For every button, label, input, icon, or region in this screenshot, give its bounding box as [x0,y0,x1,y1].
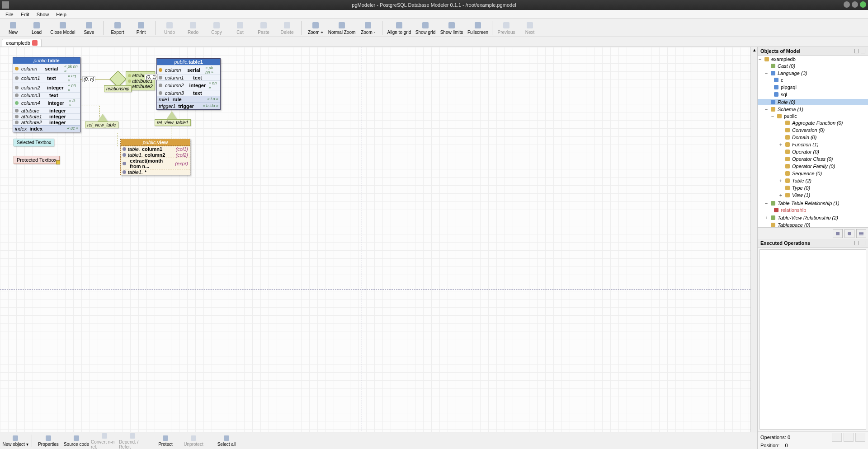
tab-label: exampledb [6,40,30,46]
new-button[interactable]: New [2,19,24,37]
prev-icon [502,21,510,29]
close-model-button[interactable]: Close Model [49,19,77,37]
limits-icon [448,21,456,29]
rel-view-triangle[interactable] [166,111,177,119]
tree-btn-3[interactable] [856,229,866,238]
show-limits-button[interactable]: Show limits [438,19,466,37]
rel-view-table-label[interactable]: rel_view_table [85,122,118,128]
tree-node[interactable]: Operator Family (0) [758,163,868,169]
entity-table1[interactable]: public.table1 columnserial« pk nn »colum… [156,58,221,110]
toolbar: NewLoadClose ModelSaveExportPrintUndoRed… [0,19,868,37]
relationship-label[interactable]: relationship [104,85,132,92]
svg-rect-26 [13,435,18,441]
fullscreen-button[interactable]: Fullscreen [467,19,489,37]
export-button[interactable]: Export [106,19,129,37]
svg-rect-2 [60,22,66,28]
tree-node[interactable]: +Function (1) [758,141,868,148]
panel-detach-icon[interactable] [854,241,859,245]
view-row: extract(month from n...(expr) [121,158,190,169]
svg-rect-13 [339,22,345,28]
tab-exampledb[interactable]: exampledb [2,39,42,47]
column-row: column1text [157,75,220,80]
save-button[interactable]: Save [78,19,100,37]
panel-detach-icon[interactable] [854,49,859,53]
tree-node[interactable]: Aggregate Function (0) [758,120,868,126]
menu-file[interactable]: File [2,11,17,18]
tree-node[interactable]: Conversion (0) [758,127,868,133]
paste-icon [259,21,268,29]
panel-close-icon[interactable] [861,241,865,245]
lang-item-icon [773,84,779,90]
entity-view[interactable]: public.view table.column1(col1)table1.co… [120,139,190,175]
tree-node[interactable]: Domain (0) [758,134,868,140]
panel-close-icon[interactable] [861,49,865,53]
rel-view-table1-label[interactable]: rel_view_table1 [155,119,191,126]
rel-item-icon [773,207,779,213]
ops-redo-button[interactable] [844,433,854,442]
objects-tree[interactable]: −exampledb Cast (0) −Language (3) c plpg… [758,56,868,227]
tree-node[interactable]: +View (1) [758,192,868,198]
minimize-icon[interactable] [844,1,850,8]
tree-node[interactable]: Operator Class (0) [758,156,868,162]
view-line [79,106,99,106]
executed-operations-panel: Executed Operations Operations: 0 Positi… [758,239,868,449]
ops-undo-button[interactable] [832,433,842,442]
cut-button: Cut [229,19,251,37]
protect-button[interactable]: Protect [152,433,179,449]
entity-table[interactable]: public.table columnserial« pk nn »column… [13,57,80,132]
next-icon [526,21,534,29]
zoom-out-icon [364,21,372,29]
app-icon [2,1,9,9]
lock-icon [56,160,60,164]
titlebar: pgModeler - PostgreSQL Database Modeler … [0,0,868,10]
normal-zoom-button[interactable]: Normal Zoom [328,19,356,37]
select-all-button[interactable]: Select all [213,433,240,449]
folder-open-icon [33,21,41,29]
tree-btn-2[interactable] [844,229,854,238]
close-icon[interactable] [860,1,866,8]
menu-edit[interactable]: Edit [17,11,33,18]
close-tab-icon[interactable] [32,40,38,46]
svg-rect-1 [33,22,40,28]
relationship-diamond[interactable] [110,71,127,88]
column-row: columnserial« pk nn » [157,65,220,75]
next-button: Next [519,19,541,37]
ops-clear-button[interactable] [855,433,865,442]
new-object-button[interactable]: New object ▾ [2,433,29,449]
print-button[interactable]: Print [130,19,152,37]
obj-icon [784,163,791,169]
selected-textbox[interactable]: Selected Textbox [14,139,54,146]
tree-btn-1[interactable] [833,229,843,238]
svg-point-22 [848,232,851,235]
tree-node[interactable]: Operator (0) [758,149,868,155]
objects-panel-header: Objects of Model [758,47,868,56]
window-controls [844,1,866,8]
props-icon [45,435,52,442]
obj-icon [784,127,791,133]
source-code-button[interactable]: Source code [63,433,90,449]
zoom--button[interactable]: Zoom + [304,19,327,37]
align-to-grid-button[interactable]: Align to grid [385,19,413,37]
protected-textbox[interactable]: Protected Textbox [14,156,60,164]
zoom-in-icon [311,21,320,29]
tree-node[interactable]: +Table (2) [758,178,868,184]
scroll-up-icon[interactable]: ▴ [751,47,757,54]
zoom--button[interactable]: Zoom - [357,19,379,37]
grid-icon [421,21,429,29]
deps-icon [129,432,136,440]
copy-button: Copy [205,19,228,37]
canvas[interactable]: public.table columnserial« pk nn »column… [0,47,757,449]
maximize-icon[interactable] [852,1,858,8]
vertical-scrollbar[interactable]: ▴ [750,47,757,442]
rel-view-triangle[interactable] [97,114,108,122]
copy-icon [212,21,221,29]
menu-help[interactable]: Help [52,11,70,18]
svg-rect-16 [422,22,429,28]
show-grid-button[interactable]: Show grid [414,19,437,37]
tree-node[interactable]: Type (0) [758,185,868,191]
load-button[interactable]: Load [25,19,48,37]
menu-show[interactable]: Show [33,11,53,18]
tree-node[interactable]: Sequence (0) [758,170,868,177]
ops-list[interactable] [760,249,866,430]
properties-button[interactable]: Properties [35,433,62,449]
